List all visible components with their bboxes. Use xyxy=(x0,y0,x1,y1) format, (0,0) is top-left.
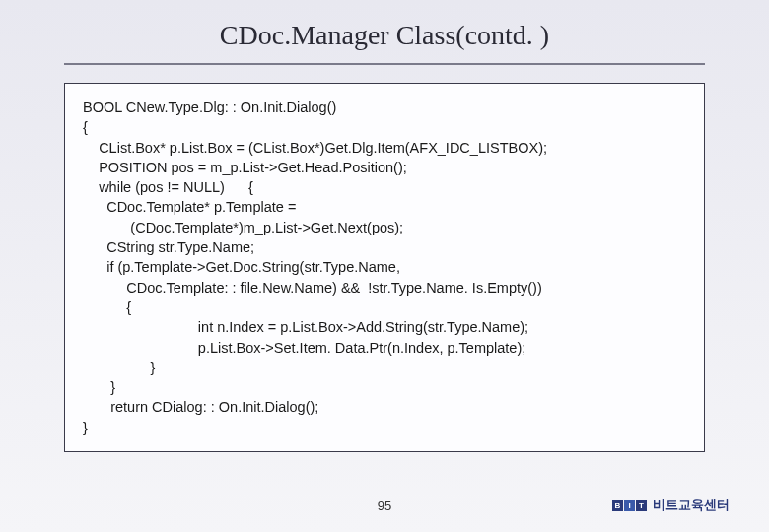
bit-logo-icon: B I T xyxy=(612,500,647,511)
code-line: } xyxy=(83,360,155,375)
code-line: } xyxy=(83,379,115,395)
code-line: int n.Index = p.List.Box->Add.String(str… xyxy=(83,319,528,335)
logo-text: 비트교육센터 xyxy=(653,497,730,514)
logo-area: B I T 비트교육센터 xyxy=(612,497,730,514)
code-content: BOOL CNew.Type.Dlg: : On.Init.Dialog() {… xyxy=(83,98,686,437)
code-line: { xyxy=(83,119,88,135)
code-line: } xyxy=(83,420,88,435)
code-line: CList.Box* p.List.Box = (CList.Box*)Get.… xyxy=(83,140,547,156)
code-line: p.List.Box->Set.Item. Data.Ptr(n.Index, … xyxy=(83,340,525,356)
slide-title: CDoc.Manager Class(contd. ) xyxy=(64,20,705,51)
code-line: (CDoc.Template*)m_p.List->Get.Next(pos); xyxy=(83,220,403,235)
code-line: POSITION pos = m_p.List->Get.Head.Positi… xyxy=(83,160,407,175)
logo-letter-b: B xyxy=(612,500,623,511)
logo-letter-i: I xyxy=(624,500,635,511)
code-line: if (p.Template->Get.Doc.String(str.Type.… xyxy=(83,259,400,275)
page-number: 95 xyxy=(378,499,391,513)
title-area: CDoc.Manager Class(contd. ) xyxy=(64,20,705,65)
footer: 95 B I T 비트교육센터 xyxy=(0,497,769,514)
code-box: BOOL CNew.Type.Dlg: : On.Init.Dialog() {… xyxy=(64,83,705,452)
logo-letter-t: T xyxy=(636,500,647,511)
code-line: BOOL CNew.Type.Dlg: : On.Init.Dialog() xyxy=(83,100,336,115)
code-line: CDoc.Template* p.Template = xyxy=(83,199,296,215)
code-line: while (pos != NULL) { xyxy=(83,179,253,195)
code-line: return CDialog: : On.Init.Dialog(); xyxy=(83,399,318,415)
code-line: { xyxy=(83,299,131,315)
code-line: CDoc.Template: : file.New.Name) && !str.… xyxy=(83,280,542,296)
code-line: CString str.Type.Name; xyxy=(83,239,254,255)
slide-container: CDoc.Manager Class(contd. ) BOOL CNew.Ty… xyxy=(0,0,769,532)
